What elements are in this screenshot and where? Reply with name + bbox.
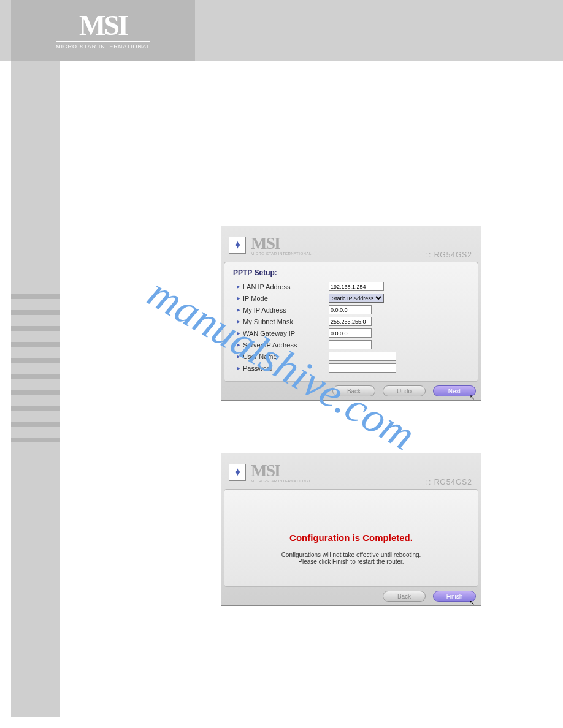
field-label: LAN IP Address <box>243 283 329 290</box>
sidebar <box>11 61 60 717</box>
bullet-icon: ▸ <box>237 352 240 360</box>
field-password: ▸ Password <box>233 363 469 373</box>
brand-logo-text: MSI <box>79 12 127 40</box>
field-ip-mode: ▸ IP Mode Static IP Address <box>233 294 469 303</box>
panel-logo-sub: MICRO-STAR INTERNATIONAL <box>251 252 312 256</box>
username-input[interactable] <box>329 352 396 361</box>
wan-gw-input[interactable] <box>329 328 372 338</box>
router-panel-pptp: ✦ MSI MICRO-STAR INTERNATIONAL :: RG54GS… <box>221 226 481 401</box>
complete-title: Configuration is Completed. <box>239 533 463 543</box>
brand-logo: MSI MICRO-STAR INTERNATIONAL <box>11 0 195 61</box>
stripe <box>11 422 60 427</box>
panel-logo-wrap: MSI MICRO-STAR INTERNATIONAL <box>251 235 312 256</box>
my-ip-input[interactable] <box>329 305 372 314</box>
server-ip-input[interactable] <box>329 340 372 349</box>
complete-line2: Please click Finish to restart the route… <box>239 558 463 565</box>
field-label: My IP Address <box>243 306 329 314</box>
field-my-ip: ▸ My IP Address <box>233 305 469 314</box>
stripe <box>11 438 60 442</box>
field-label: My Subnet Mask <box>243 318 329 325</box>
panel-logo-wrap: MSI MICRO-STAR INTERNATIONAL <box>251 462 312 483</box>
cursor-icon: ↖ <box>469 393 475 401</box>
bullet-icon: ▸ <box>237 306 240 314</box>
panel-footer: Back Finish <box>224 587 478 603</box>
password-input[interactable] <box>329 363 396 373</box>
field-label: Password <box>243 365 329 372</box>
bullet-icon: ▸ <box>237 341 240 349</box>
complete-block: Configuration is Completed. Configuratio… <box>233 496 469 577</box>
subnet-input[interactable] <box>329 317 372 326</box>
brand-tagline: MICRO-STAR INTERNATIONAL <box>56 41 150 50</box>
content: ✦ MSI MICRO-STAR INTERNATIONAL :: RG54GS… <box>221 226 481 658</box>
bullet-icon: ▸ <box>237 317 240 325</box>
lan-ip-input[interactable] <box>329 282 384 291</box>
panel-body: PPTP Setup: ▸ LAN IP Address ▸ IP Mode S… <box>224 262 478 382</box>
bullet-icon: ▸ <box>237 294 240 302</box>
panel-logo-text: MSI <box>251 235 312 252</box>
stripe <box>11 390 60 395</box>
field-username: ▸ User Name <box>233 352 469 361</box>
stripe <box>11 310 60 315</box>
field-lan-ip: ▸ LAN IP Address <box>233 282 469 291</box>
field-label: WAN Gateway IP <box>243 330 329 337</box>
undo-button[interactable]: Undo <box>383 385 426 396</box>
msi-icon: ✦ <box>229 237 246 254</box>
page-header: MSI MICRO-STAR INTERNATIONAL <box>0 0 563 61</box>
panel-header: ✦ MSI MICRO-STAR INTERNATIONAL :: RG54GS… <box>224 229 478 262</box>
panel-footer: Back Undo Next <box>224 382 478 398</box>
bullet-icon: ▸ <box>237 364 240 372</box>
bullet-icon: ▸ <box>237 282 240 290</box>
panel-body: Configuration is Completed. Configuratio… <box>224 489 478 587</box>
model-label: :: RG54GS2 <box>426 251 472 259</box>
panel-header: ✦ MSI MICRO-STAR INTERNATIONAL :: RG54GS… <box>224 456 478 489</box>
msi-icon: ✦ <box>229 464 246 481</box>
stripe <box>11 406 60 411</box>
stripe <box>11 374 60 379</box>
complete-line1: Configurations will not take effective u… <box>239 552 463 558</box>
section-title: PPTP Setup: <box>233 268 469 277</box>
router-panel-complete: ✦ MSI MICRO-STAR INTERNATIONAL :: RG54GS… <box>221 453 481 606</box>
stripe <box>11 326 60 331</box>
field-server-ip: ▸ Server IP Address <box>233 340 469 349</box>
field-label: User Name <box>243 353 329 360</box>
back-button[interactable]: Back <box>383 591 426 602</box>
sidebar-stripes <box>11 294 60 453</box>
stripe <box>11 294 60 299</box>
stripe <box>11 358 60 363</box>
panel-logo-sub: MICRO-STAR INTERNATIONAL <box>251 479 312 483</box>
panel-logo-text: MSI <box>251 462 312 479</box>
field-label: Server IP Address <box>243 341 329 349</box>
bullet-icon: ▸ <box>237 329 240 337</box>
ip-mode-select[interactable]: Static IP Address <box>329 294 384 303</box>
back-button[interactable]: Back <box>332 385 375 396</box>
model-label: :: RG54GS2 <box>426 478 472 487</box>
field-wan-gw: ▸ WAN Gateway IP <box>233 328 469 338</box>
field-label: IP Mode <box>243 295 329 302</box>
cursor-icon: ↖ <box>469 599 475 607</box>
field-subnet: ▸ My Subnet Mask <box>233 317 469 326</box>
stripe <box>11 342 60 347</box>
